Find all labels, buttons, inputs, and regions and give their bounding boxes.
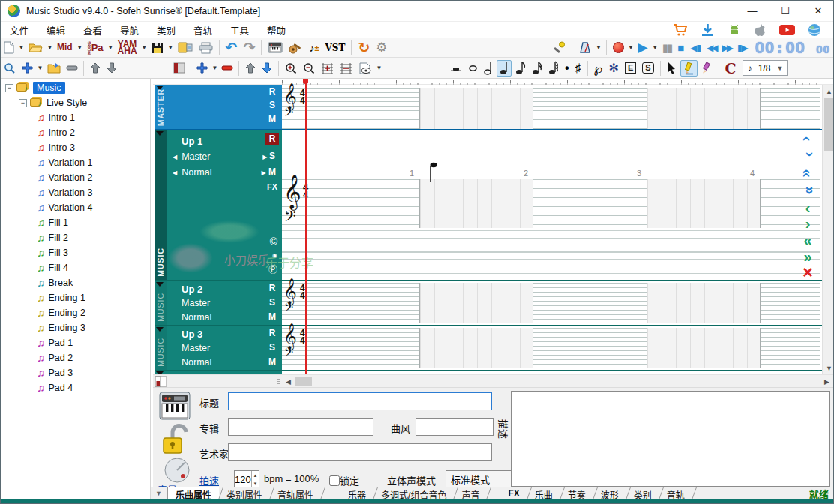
menu-tools[interactable]: 工具 [221,22,258,39]
record-button[interactable] [610,40,626,56]
track-master-row[interactable]: Master [182,298,210,308]
stop-button[interactable]: ■ [675,40,686,56]
half-rest-button[interactable] [448,60,464,76]
tree-item-pad-2[interactable]: ♫Pad 2 [1,350,150,365]
tree-item-ending-1[interactable]: ♫Ending 1 [1,290,150,305]
tab-song[interactable]: 乐曲 [527,488,560,500]
midi-import-button[interactable]: Mid [55,40,75,56]
open-file-button[interactable] [26,40,45,56]
new-file-dropdown[interactable]: ▼ [18,40,25,56]
expression-button[interactable]: E [622,60,638,76]
arrow-left-icon[interactable]: ◀ [172,170,177,176]
korg-dropdown[interactable]: ▼ [107,40,114,56]
globe-icon[interactable] [808,23,821,37]
play-dropdown[interactable]: ▼ [652,40,658,56]
sixteenth-note-button[interactable] [530,60,544,76]
paste-category-button[interactable] [45,60,63,76]
tree-item-live-style[interactable]: − Live Style [1,95,150,110]
up2-mute-button[interactable]: M [266,311,279,322]
volume-knob-icon[interactable] [164,457,190,484]
vertical-scrollbar[interactable]: ▲ ▼ [822,85,834,374]
half-note-button[interactable] [482,60,495,76]
tab-song-properties[interactable]: 乐曲属性 [167,488,219,500]
snap-magnet-button[interactable]: C [723,60,739,76]
view-options-dropdown[interactable]: ▼ [376,60,382,76]
playhead-marker[interactable] [303,79,308,84]
metronome-dropdown[interactable]: ▼ [596,40,602,56]
previous-button[interactable]: ◀▮ [688,40,703,56]
korg-pa-button[interactable]: KORGPa [85,40,106,56]
master-track-header[interactable]: MASTER R S M [154,85,282,129]
tree-item-pad-3[interactable]: ♫Pad 3 [1,365,150,380]
remove-track-button[interactable] [220,60,235,76]
master-solo-button[interactable]: S [266,100,279,110]
thirtysecond-note-button[interactable] [546,60,561,76]
track-normal-row[interactable]: ◀Normal▶ [172,167,266,178]
page-down-button[interactable]: « [796,183,819,199]
microphone-button[interactable] [551,40,568,56]
timeline-ruler[interactable] [153,79,834,85]
rewind-button[interactable]: ◀◀ [704,40,718,56]
up1-fx-button[interactable]: FX [266,182,279,191]
redo-button[interactable]: ↷ [242,40,258,56]
menu-help[interactable]: 帮助 [258,22,295,39]
tempo-spinner[interactable]: 120 ▲▼ [234,470,260,488]
ornament-button[interactable]: ℘ [592,60,605,76]
save-button[interactable] [149,40,166,56]
tab-waveform[interactable]: 波形 [593,488,626,500]
metronome-button[interactable] [576,40,594,56]
menu-view[interactable]: 查看 [74,22,111,39]
move-track-up-button[interactable] [243,60,258,76]
scrollbar-thumb[interactable] [824,98,834,151]
collapse-triangle-icon[interactable] [156,327,164,332]
scrollbar-thumb[interactable] [296,376,312,386]
pencil-tool-button[interactable] [680,60,698,76]
play-button[interactable]: ▶ [636,40,650,56]
download-icon[interactable] [700,23,715,37]
lock-checkbox[interactable] [329,476,340,486]
tree-item-variation-1[interactable]: ♫Variation 1 [1,155,150,170]
delete-button[interactable]: × [796,265,819,281]
refresh-button[interactable]: ↻ [356,40,372,56]
step-left-button[interactable]: ‹ [796,200,819,216]
settings-gear-button[interactable]: ⚙ [374,40,389,56]
music-group-strip[interactable]: MUSIC [154,130,167,280]
track-normal-row[interactable]: Normal [182,312,212,322]
menu-file[interactable]: 文件 [1,22,38,39]
tab-sound[interactable]: 声音 [454,488,487,500]
add-track-button[interactable] [194,60,210,76]
copyright-mark[interactable]: © [270,236,278,248]
artist-input[interactable] [228,443,492,461]
tree-item-variation-3[interactable]: ♫Variation 3 [1,185,150,200]
find-button[interactable] [2,60,18,76]
master-mute-button[interactable]: M [266,114,279,124]
title-input[interactable] [228,392,492,410]
android-icon[interactable] [728,23,741,37]
scroll-up-button[interactable]: ▲ [823,85,834,98]
step-right-button[interactable]: › [796,216,819,232]
close-button[interactable]: ✕ [802,1,834,21]
tab-track[interactable]: 音轨 [659,488,692,500]
snap-value-dropdown[interactable]: ♪ 1/8 ▼ [742,60,789,76]
tree-item-variation-2[interactable]: ♫Variation 2 [1,170,150,185]
guitar-button[interactable] [286,40,305,56]
vst-button[interactable]: VST [322,40,347,56]
select-cursor-button[interactable] [664,60,679,76]
pause-button[interactable]: ▮▮ [660,40,674,56]
tree-item-fill-2[interactable]: ♫Fill 2 [1,230,150,245]
horizontal-scrollbar[interactable]: ◀ ▶ [153,374,834,387]
collapse-triangle-icon[interactable] [156,282,164,286]
midi-dropdown[interactable]: ▼ [76,40,83,56]
scroll-right-button[interactable]: ▶ [820,375,833,388]
undo-button[interactable]: ↶ [224,40,240,56]
tab-multimode[interactable]: 多调式/组合音色 [374,488,454,500]
up2-track-header[interactable]: MUSIC Up 2 Master Normal R S M [154,281,282,325]
scroll-left-button[interactable]: ◀ [282,375,295,388]
spin-up-icon[interactable]: ▲ [252,471,259,479]
scrollbar-grip[interactable] [277,376,280,386]
toggle-header-panel-button[interactable] [171,60,188,76]
up2-solo-button[interactable]: S [266,297,279,308]
track-title[interactable]: Up 1 [182,136,202,147]
remove-category-button[interactable] [64,60,80,76]
print-button[interactable] [196,40,215,56]
